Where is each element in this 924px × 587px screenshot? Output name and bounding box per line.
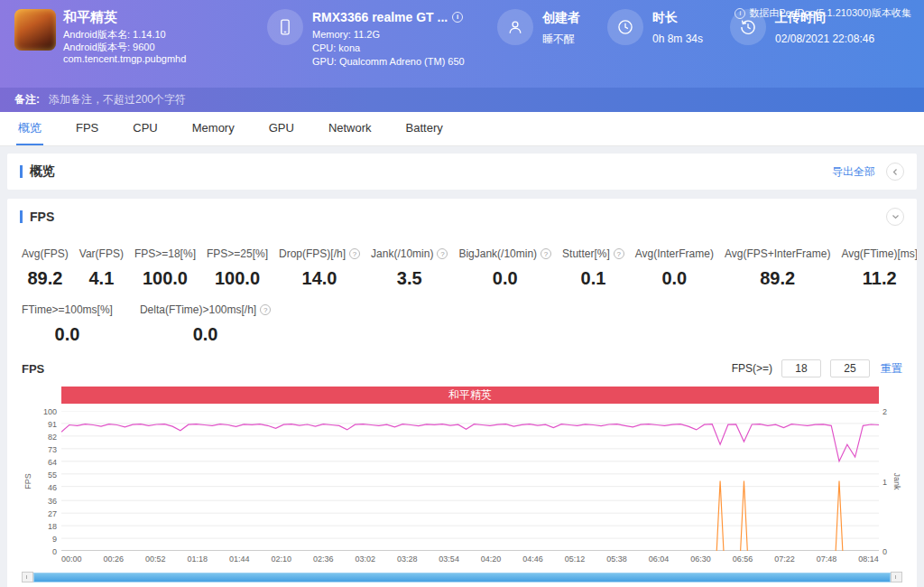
note-bar: 备注: 添加备注，不超过200个字符 bbox=[0, 88, 924, 112]
stat-value: 89.2 bbox=[22, 268, 69, 289]
x-tick: 01:18 bbox=[187, 554, 208, 564]
y-tick: 91 bbox=[48, 420, 57, 429]
y-axis-left-ticks: 10091827364554636271890 bbox=[34, 411, 61, 551]
y-tick: 18 bbox=[48, 522, 57, 531]
tab-FPS[interactable]: FPS bbox=[74, 112, 100, 145]
stat-label: Avg(FPS) bbox=[22, 247, 69, 260]
report-header: i 数据由PerfDog(5.1.210300)版本收集 和平精英 Androi… bbox=[0, 0, 924, 88]
creator-value: 睡不醒 bbox=[542, 32, 580, 46]
y-tick: 0 bbox=[882, 547, 887, 556]
fps-stats-row-1: Avg(FPS)89.2Var(FPS)4.1FPS>=18[%]100.0FP… bbox=[7, 247, 917, 289]
stat-FPS>=25[%]: FPS>=25[%]100.0 bbox=[207, 247, 268, 289]
tab-概览[interactable]: 概览 bbox=[16, 112, 43, 145]
stat-value: 0.0 bbox=[635, 268, 714, 289]
stat-Var(FPS): Var(FPS)4.1 bbox=[79, 247, 124, 289]
x-tick: 03:54 bbox=[439, 554, 459, 564]
stat-value: 0.0 bbox=[458, 268, 551, 289]
fps-section-title: FPS bbox=[30, 210, 54, 224]
fps-threshold-input-2[interactable] bbox=[830, 359, 870, 377]
tab-Battery[interactable]: Battery bbox=[404, 112, 445, 145]
stat-value: 0.1 bbox=[562, 268, 624, 289]
duration-label: 时长 bbox=[652, 9, 703, 26]
scrollbar-left-handle[interactable] bbox=[22, 572, 33, 582]
tab-Network[interactable]: Network bbox=[327, 112, 374, 145]
x-tick: 07:22 bbox=[774, 554, 795, 564]
fps-chart-plot[interactable] bbox=[61, 411, 879, 551]
y-axis-right-title: Jank bbox=[892, 411, 902, 551]
scrollbar-right-handle[interactable] bbox=[891, 572, 902, 582]
device-gpu: GPU: Qualcomm Adreno (TM) 650 bbox=[312, 55, 465, 69]
fps-threshold-input-1[interactable] bbox=[781, 359, 821, 377]
stat-label: Jank(/10min)? bbox=[371, 247, 448, 260]
device-info-icon[interactable]: i bbox=[452, 12, 463, 23]
stat-label: Stutter[%]? bbox=[562, 247, 624, 260]
game-package: com.tencent.tmgp.pubgmhd bbox=[63, 53, 186, 66]
stat-value: 100.0 bbox=[207, 268, 268, 289]
device-name: RMX3366 realme GT ... bbox=[312, 9, 448, 26]
note-input[interactable]: 添加备注，不超过200个字符 bbox=[49, 92, 186, 107]
fps-stats-row-2: FTime>=100ms[%]0.0Delta(FTime)>100ms[/h]… bbox=[7, 303, 917, 345]
stat-value: 11.2 bbox=[841, 268, 917, 289]
x-tick: 07:48 bbox=[817, 554, 837, 564]
info-icon[interactable]: ? bbox=[260, 304, 271, 315]
overview-collapse-button[interactable] bbox=[886, 163, 904, 181]
x-tick: 05:38 bbox=[606, 554, 627, 564]
x-tick: 01:44 bbox=[229, 554, 250, 564]
y-tick: 73 bbox=[48, 445, 57, 454]
fps-chart-svg bbox=[61, 411, 879, 551]
overview-card: 概览 导出全部 bbox=[7, 154, 917, 190]
scrollbar-track[interactable] bbox=[33, 573, 891, 582]
x-tick: 00:26 bbox=[103, 554, 124, 564]
chart-scene-banner: 和平精英 bbox=[61, 387, 879, 404]
info-icon[interactable]: ? bbox=[349, 248, 360, 259]
stat-value: 3.5 bbox=[371, 268, 448, 289]
note-label: 备注: bbox=[14, 92, 40, 107]
fps-card: FPS Avg(FPS)89.2Var(FPS)4.1FPS>=18[%]100… bbox=[7, 199, 917, 587]
game-block: 和平精英 Android版本名: 1.14.10 Android版本号: 960… bbox=[14, 9, 240, 82]
info-icon[interactable]: ? bbox=[541, 248, 551, 259]
export-all-link[interactable]: 导出全部 bbox=[832, 164, 875, 180]
info-icon[interactable]: ? bbox=[614, 248, 624, 259]
creator-block: 创建者 睡不醒 bbox=[497, 9, 580, 82]
game-icon bbox=[14, 9, 56, 51]
stat-value: 14.0 bbox=[279, 268, 360, 289]
y-tick: 36 bbox=[48, 497, 57, 506]
x-tick: 02:36 bbox=[313, 554, 334, 564]
x-tick: 08:14 bbox=[858, 554, 879, 564]
y-axis-left-title: FPS bbox=[22, 411, 34, 551]
stat-label: Drop(FPS)[/h]? bbox=[279, 247, 360, 260]
info-icon: i bbox=[735, 8, 745, 19]
stat-label: Avg(FPS+InterFrame) bbox=[725, 247, 830, 260]
game-title: 和平精英 bbox=[63, 9, 186, 26]
stat-label: Avg(FTime)[ms] bbox=[841, 247, 917, 260]
tab-CPU[interactable]: CPU bbox=[131, 112, 159, 145]
device-cpu: CPU: kona bbox=[312, 42, 465, 55]
clock-icon bbox=[607, 9, 643, 45]
stat-Drop(FPS)[/h]: Drop(FPS)[/h]?14.0 bbox=[279, 247, 360, 289]
accent-bar bbox=[20, 165, 23, 178]
info-icon[interactable]: ? bbox=[437, 248, 448, 259]
tab-Memory[interactable]: Memory bbox=[190, 112, 236, 145]
x-tick: 00:52 bbox=[145, 554, 166, 564]
stat-label: Avg(InterFrame) bbox=[635, 247, 714, 260]
fps-chart-label: FPS bbox=[22, 362, 44, 376]
stat-value: 0.0 bbox=[140, 324, 271, 345]
upload-time-value: 02/08/2021 22:08:46 bbox=[775, 32, 874, 46]
y-tick: 27 bbox=[48, 509, 57, 518]
game-version-code: Android版本号: 9600 bbox=[63, 42, 186, 54]
stat-label: FPS>=18[%] bbox=[134, 247, 196, 260]
x-tick: 04:46 bbox=[522, 554, 543, 564]
chart-scrollbar bbox=[22, 572, 902, 582]
stat-value: 4.1 bbox=[79, 268, 124, 289]
stat-Stutter[%]: Stutter[%]?0.1 bbox=[562, 247, 624, 289]
stat-value: 89.2 bbox=[725, 268, 830, 289]
stat-Avg(InterFrame): Avg(InterFrame)0.0 bbox=[635, 247, 714, 289]
collect-info: i 数据由PerfDog(5.1.210300)版本收集 bbox=[735, 6, 911, 20]
fps-collapse-button[interactable] bbox=[886, 208, 904, 226]
tab-GPU[interactable]: GPU bbox=[267, 112, 296, 145]
x-tick: 06:04 bbox=[649, 554, 670, 564]
device-memory: Memory: 11.2G bbox=[312, 28, 465, 42]
game-version-name: Android版本名: 1.14.10 bbox=[63, 29, 186, 42]
reset-link[interactable]: 重置 bbox=[881, 361, 902, 377]
stat-value: 100.0 bbox=[134, 268, 196, 289]
